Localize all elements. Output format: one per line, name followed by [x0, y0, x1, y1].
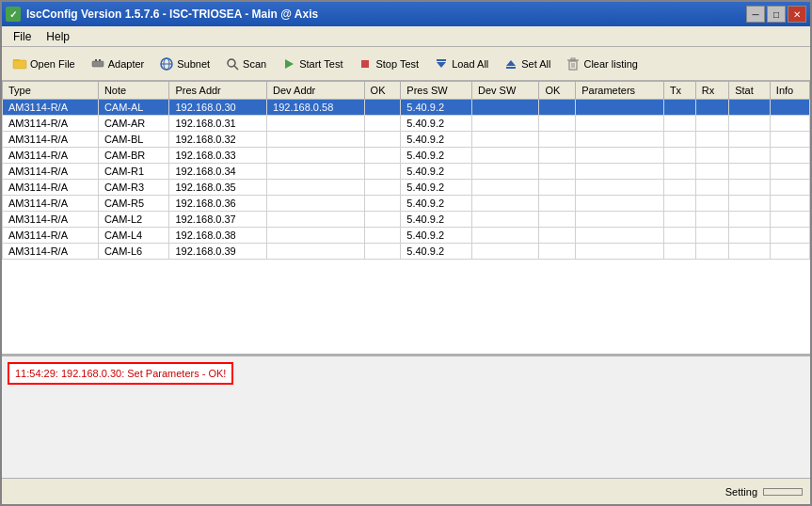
table-cell	[364, 212, 401, 228]
table-cell: 5.40.9.2	[401, 100, 472, 116]
svg-rect-1	[13, 60, 26, 69]
menu-help[interactable]: Help	[39, 28, 77, 45]
stop-test-label: Stop Test	[375, 58, 419, 70]
table-cell	[471, 228, 539, 244]
table-row[interactable]: AM3114-R/ACAM-L2192.168.0.375.40.9.2	[3, 212, 810, 228]
table-row[interactable]: AM3114-R/ACAM-BR192.168.0.335.40.9.2	[3, 148, 810, 164]
table-cell: CAM-R3	[98, 180, 169, 196]
table-cell	[267, 196, 365, 212]
table-cell	[663, 164, 695, 180]
table-row[interactable]: AM3114-R/ACAM-R5192.168.0.365.40.9.2	[3, 196, 810, 212]
adapter-button[interactable]: Adapter	[84, 51, 151, 77]
clear-listing-icon	[565, 56, 581, 71]
table-cell: 5.40.9.2	[401, 132, 472, 148]
stop-test-button[interactable]: Stop Test	[351, 51, 425, 77]
table-cell	[729, 244, 771, 260]
table-cell	[267, 180, 365, 196]
table-cell	[576, 228, 664, 244]
table-cell	[539, 148, 576, 164]
table-cell: 192.168.0.31	[169, 116, 267, 132]
table-cell	[576, 244, 664, 260]
table-row[interactable]: AM3114-R/ACAM-BL192.168.0.325.40.9.2	[3, 132, 810, 148]
svg-marker-13	[437, 62, 446, 68]
svg-marker-11	[285, 59, 294, 69]
svg-rect-4	[95, 59, 97, 61]
svg-rect-5	[99, 59, 101, 61]
title-bar-controls: ─ □ ✕	[746, 6, 806, 23]
table-cell	[471, 244, 539, 260]
table-cell: AM3114-R/A	[3, 116, 99, 132]
svg-rect-3	[92, 61, 103, 67]
table-cell	[729, 196, 771, 212]
maximize-button[interactable]: □	[767, 6, 786, 23]
minimize-button[interactable]: ─	[746, 6, 765, 23]
svg-line-10	[234, 66, 238, 70]
table-cell	[539, 164, 576, 180]
table-cell	[471, 132, 539, 148]
set-all-button[interactable]: Set All	[497, 51, 557, 77]
load-all-label: Load All	[452, 58, 488, 70]
table-cell	[364, 180, 401, 196]
device-table-container[interactable]: Type Note Pres Addr Dev Addr OK Pres SW …	[2, 81, 810, 356]
start-test-button[interactable]: Start Test	[275, 51, 349, 77]
table-cell: CAM-AL	[98, 100, 169, 116]
table-cell: AM3114-R/A	[3, 212, 99, 228]
table-cell: 5.40.9.2	[401, 212, 472, 228]
clear-listing-button[interactable]: Clear listing	[559, 51, 644, 77]
set-all-icon	[503, 56, 518, 71]
table-row[interactable]: AM3114-R/ACAM-R1192.168.0.345.40.9.2	[3, 164, 810, 180]
table-body: AM3114-R/ACAM-AL192.168.0.30192.168.0.58…	[3, 100, 810, 260]
window-title: IscConfig Version 1.5.7.6 - ISC-TRIOSEA …	[26, 8, 318, 21]
table-cell	[695, 164, 728, 180]
table-cell	[539, 196, 576, 212]
setting-button[interactable]	[763, 488, 803, 496]
svg-marker-15	[506, 60, 516, 66]
table-cell: 192.168.0.58	[267, 100, 365, 116]
table-cell	[471, 148, 539, 164]
table-cell: 192.168.0.34	[169, 164, 267, 180]
table-cell: CAM-BR	[98, 148, 169, 164]
table-cell: AM3114-R/A	[3, 100, 99, 116]
menu-file[interactable]: File	[6, 28, 39, 45]
close-button[interactable]: ✕	[788, 6, 806, 23]
menu-bar: File Help	[2, 26, 810, 47]
table-cell: CAM-R1	[98, 164, 169, 180]
col-ok2: OK	[539, 82, 576, 100]
table-cell: 192.168.0.33	[169, 148, 267, 164]
table-cell	[539, 228, 576, 244]
table-cell	[729, 116, 771, 132]
table-cell	[364, 244, 401, 260]
table-cell	[695, 196, 728, 212]
table-row[interactable]: AM3114-R/ACAM-AR192.168.0.315.40.9.2	[3, 116, 810, 132]
toolbar: Open File Adapter Subnet Scan Start Test	[2, 47, 810, 81]
table-cell: CAM-BL	[98, 132, 169, 148]
table-cell	[695, 212, 728, 228]
table-cell	[471, 100, 539, 116]
load-all-button[interactable]: Load All	[427, 51, 495, 77]
table-cell	[364, 228, 401, 244]
table-row[interactable]: AM3114-R/ACAM-L6192.168.0.395.40.9.2	[3, 244, 810, 260]
table-cell	[539, 132, 576, 148]
open-file-button[interactable]: Open File	[6, 51, 82, 77]
table-cell	[729, 148, 771, 164]
table-row[interactable]: AM3114-R/ACAM-L4192.168.0.385.40.9.2	[3, 228, 810, 244]
svg-rect-16	[506, 67, 516, 69]
table-cell	[770, 180, 809, 196]
subnet-label: Subnet	[177, 58, 210, 70]
table-cell	[663, 196, 695, 212]
table-cell	[539, 180, 576, 196]
table-cell	[695, 132, 728, 148]
table-cell	[576, 180, 664, 196]
table-row[interactable]: AM3114-R/ACAM-AL192.168.0.30192.168.0.58…	[3, 100, 810, 116]
table-cell	[576, 196, 664, 212]
table-cell	[770, 100, 809, 116]
open-file-icon	[12, 56, 27, 71]
table-cell	[576, 164, 664, 180]
subnet-icon	[159, 56, 174, 71]
scan-button[interactable]: Scan	[218, 51, 273, 77]
table-cell	[663, 212, 695, 228]
subnet-button[interactable]: Subnet	[152, 51, 216, 77]
table-row[interactable]: AM3114-R/ACAM-R3192.168.0.355.40.9.2	[3, 180, 810, 196]
table-cell: AM3114-R/A	[3, 196, 99, 212]
table-cell	[663, 116, 695, 132]
